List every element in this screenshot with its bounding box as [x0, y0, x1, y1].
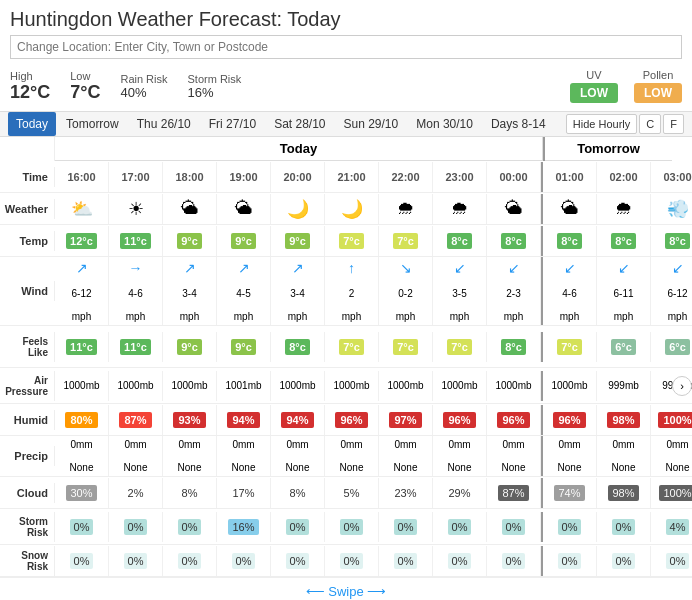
table-cell: 🌥 — [487, 194, 541, 224]
table-cell: 2% — [109, 478, 163, 508]
table-cell: 8°c — [597, 226, 651, 256]
page-title: Huntingdon Weather Forecast: Today — [0, 0, 692, 35]
humid-row: Humid 80%87%93%94%94%96%97%96%96%96%98%1… — [0, 404, 692, 436]
tab-thu[interactable]: Thu 26/10 — [129, 112, 199, 136]
uv-badge: LOW — [570, 83, 618, 103]
table-cell: 18:00 — [163, 162, 217, 192]
table-cell: 0mmNone — [379, 436, 433, 476]
table-cell: 20:00 — [271, 162, 325, 192]
table-cell: ↗3-4mph — [271, 257, 325, 325]
table-cell: 16:00 — [55, 162, 109, 192]
celsius-button[interactable]: C — [639, 114, 661, 134]
table-cell: ↙3-5mph — [433, 257, 487, 325]
table-cell: 0mmNone — [109, 436, 163, 476]
table-cell: ↗4-5mph — [217, 257, 271, 325]
table-cell: 01:00 — [543, 162, 597, 192]
tab-sun[interactable]: Sun 29/10 — [336, 112, 407, 136]
table-cell: 17:00 — [109, 162, 163, 192]
table-cell: 16% — [217, 512, 271, 542]
tab-days[interactable]: Days 8-14 — [483, 112, 554, 136]
time-row: Time 16:0017:0018:0019:0020:0021:0022:00… — [0, 161, 692, 193]
table-cell: 8°c — [487, 332, 541, 362]
table-cell: 6°c — [597, 332, 651, 362]
table-cell: 1000mb — [163, 371, 217, 401]
table-cell: 1000mb — [109, 371, 163, 401]
wind-label: Wind — [0, 281, 55, 301]
table-cell: ↙4-6mph — [543, 257, 597, 325]
table-cell: 30% — [55, 478, 109, 508]
table-cell: 7°c — [543, 332, 597, 362]
table-cell: 12°c — [55, 226, 109, 256]
table-cell: 17% — [217, 478, 271, 508]
table-cell: 🌧 — [433, 194, 487, 224]
table-cell: 7°c — [379, 332, 433, 362]
table-cell: 0% — [271, 546, 325, 576]
tab-fri[interactable]: Fri 27/10 — [201, 112, 264, 136]
table-cell: 9°c — [217, 332, 271, 362]
table-cell: 1000mb — [271, 371, 325, 401]
location-input[interactable] — [10, 35, 682, 59]
table-cell: 🌧 — [379, 194, 433, 224]
table-cell: 0% — [597, 512, 651, 542]
table-cell: 5% — [325, 478, 379, 508]
table-cell: 🌙 — [325, 194, 379, 224]
table-cell: 0% — [543, 546, 597, 576]
tab-sat[interactable]: Sat 28/10 — [266, 112, 333, 136]
table-cell: 21:00 — [325, 162, 379, 192]
table-cell: 🌙 — [271, 194, 325, 224]
table-cell: 0% — [163, 546, 217, 576]
feels-row: Feels Like 11°c11°c9°c9°c8°c7°c7°c7°c8°c… — [0, 326, 692, 368]
table-cell: 87% — [109, 405, 163, 435]
table-cell: 03:00 — [651, 162, 692, 192]
wind-row: Wind ↗6-12mph→4-6mph↗3-4mph↗4-5mph↗3-4mp… — [0, 257, 692, 326]
precip-row: Precip 0mmNone0mmNone0mmNone0mmNone0mmNo… — [0, 436, 692, 477]
nav-tabs: Today Tomorrow Thu 26/10 Fri 27/10 Sat 2… — [0, 111, 692, 137]
tab-tomorrow[interactable]: Tomorrow — [58, 112, 127, 136]
hide-hourly-button[interactable]: Hide Hourly — [566, 114, 637, 134]
table-cell: 999mb — [597, 371, 651, 401]
cloud-row: Cloud 30%2%8%17%8%5%23%29%87%74%98%100%1… — [0, 477, 692, 509]
table-cell: 23% — [379, 478, 433, 508]
table-cell: 0% — [325, 512, 379, 542]
section-today: Today — [55, 137, 543, 161]
table-cell: 0% — [597, 546, 651, 576]
rain-label: Rain Risk — [120, 73, 167, 85]
table-cell: 🌧 — [597, 194, 651, 224]
table-cell: 0mmNone — [433, 436, 487, 476]
section-tomorrow: Tomorrow — [545, 137, 672, 161]
table-cell: 0% — [271, 512, 325, 542]
time-label: Time — [0, 167, 55, 187]
table-cell: 87% — [487, 478, 541, 508]
tab-mon[interactable]: Mon 30/10 — [408, 112, 481, 136]
table-cell: 0% — [55, 546, 109, 576]
table-cell: 💨 — [651, 194, 692, 224]
table-cell: 8% — [271, 478, 325, 508]
table-cell: 0mmNone — [325, 436, 379, 476]
table-cell: 0% — [163, 512, 217, 542]
table-cell: 96% — [325, 405, 379, 435]
feels-label: Feels Like — [0, 332, 55, 362]
table-cell: 94% — [271, 405, 325, 435]
table-cell: ↗3-4mph — [163, 257, 217, 325]
table-cell: 11°c — [109, 332, 163, 362]
table-cell: 0% — [487, 546, 541, 576]
table-cell: 94% — [217, 405, 271, 435]
high-label: High — [10, 70, 50, 82]
table-cell: 4% — [651, 512, 692, 542]
table-cell: 1001mb — [217, 371, 271, 401]
table-cell: 98% — [597, 405, 651, 435]
humid-label: Humid — [0, 410, 55, 430]
table-cell: 🌥 — [543, 194, 597, 224]
table-cell: 1000mb — [487, 371, 541, 401]
next-arrow[interactable]: › — [672, 376, 692, 396]
table-cell: 0% — [433, 546, 487, 576]
pressure-row: Air Pressure 1000mb1000mb1000mb1001mb100… — [0, 368, 692, 404]
high-value: 12°C — [10, 82, 50, 103]
tab-today[interactable]: Today — [8, 112, 56, 136]
table-cell: 23:00 — [433, 162, 487, 192]
table-cell: 0mmNone — [487, 436, 541, 476]
table-cell: 93% — [163, 405, 217, 435]
fahrenheit-button[interactable]: F — [663, 114, 684, 134]
table-cell: 22:00 — [379, 162, 433, 192]
table-cell: 9°c — [163, 226, 217, 256]
